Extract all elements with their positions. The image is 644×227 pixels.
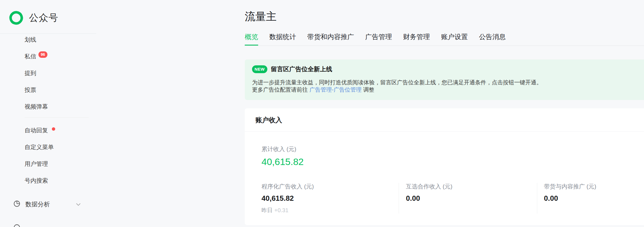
sidebar: 公众号 划线 私信 96 提到 投票 视频弹幕 自动回复 自定义菜单 用户管理 … bbox=[0, 0, 96, 227]
sidebar-item-votes[interactable]: 投票 bbox=[25, 86, 36, 94]
tab-announcements[interactable]: 公告消息 bbox=[479, 33, 506, 46]
tab-commerce-and-content-promotion[interactable]: 带货和内容推广 bbox=[307, 33, 354, 46]
ad-position-management-link[interactable]: 广告管理-广告位管理 bbox=[309, 87, 362, 93]
new-badge: NEW bbox=[252, 65, 267, 73]
logo-label: 公众号 bbox=[29, 11, 58, 24]
sidebar-item-label: 视频弹幕 bbox=[25, 103, 48, 111]
stat-label: 互选合作收入 (元) bbox=[406, 183, 537, 190]
sidebar-item-label: 号内搜索 bbox=[25, 177, 48, 185]
circle-icon bbox=[13, 224, 20, 227]
sidebar-divider bbox=[25, 117, 89, 118]
sidebar-divider bbox=[0, 34, 96, 34]
tab-account-settings[interactable]: 账户设置 bbox=[441, 33, 468, 46]
chevron-down-icon[interactable] bbox=[75, 201, 81, 207]
tab-data-stats[interactable]: 数据统计 bbox=[269, 33, 296, 46]
stat-value: 40,615.82 bbox=[262, 194, 399, 203]
sidebar-item-custom-menu[interactable]: 自定义菜单 bbox=[25, 143, 54, 151]
sidebar-item-auto-reply[interactable]: 自动回复 bbox=[25, 126, 55, 135]
banner-description: 为进一步提升流量主收益，同时打造优质阅读体验，留言区广告位全新上线，您已满足开通… bbox=[252, 79, 644, 86]
banner-line2-prefix: 更多广告位配置请前往 bbox=[252, 87, 308, 93]
tab-ad-management[interactable]: 广告管理 bbox=[365, 33, 392, 46]
tab-bar-divider bbox=[244, 46, 644, 46]
wechat-mp-logo-icon bbox=[8, 10, 24, 26]
sidebar-item-label: 数据分析 bbox=[25, 200, 50, 209]
stat-commerce-promotion-income: 带货与内容推广 (元) 0.00 bbox=[537, 183, 644, 214]
sidebar-item-clipped-section[interactable] bbox=[13, 223, 81, 227]
tab-bar: 概览 数据统计 带货和内容推广 广告管理 财务管理 账户设置 公告消息 bbox=[245, 33, 517, 46]
income-stats-row: 程序化广告收入 (元) 40,615.82 昨日+0.31 互选合作收入 (元)… bbox=[262, 183, 644, 214]
banner-line2-suffix: 调整 bbox=[363, 87, 374, 93]
stat-label: 程序化广告收入 (元) bbox=[262, 183, 399, 190]
sidebar-item-user-management[interactable]: 用户管理 bbox=[25, 160, 48, 168]
stat-label: 带货与内容推广 (元) bbox=[544, 183, 644, 190]
sidebar-item-label: 自定义菜单 bbox=[25, 143, 54, 151]
sidebar-item-data-analysis[interactable]: 数据分析 bbox=[13, 200, 81, 209]
unread-count-badge: 96 bbox=[38, 51, 47, 58]
page-title: 流量主 bbox=[245, 9, 277, 24]
banner-title: 留言区广告位全新上线 bbox=[271, 65, 332, 73]
sidebar-item-label: 提到 bbox=[25, 69, 36, 77]
sidebar-item-label: 私信 bbox=[25, 52, 36, 60]
total-income-value: 40,615.82 bbox=[262, 156, 644, 167]
total-income-label: 累计收入 (元) bbox=[262, 145, 644, 153]
stat-value: 0.00 bbox=[406, 194, 537, 203]
stat-value: 0.00 bbox=[544, 194, 644, 203]
stat-programmatic-ad-income: 程序化广告收入 (元) 40,615.82 昨日+0.31 bbox=[262, 183, 399, 214]
stat-sub-label: 昨日 bbox=[262, 207, 273, 213]
banner-description-line2: 更多广告位配置请前往广告管理-广告位管理调整 bbox=[252, 86, 644, 93]
sidebar-item-in-account-search[interactable]: 号内搜索 bbox=[25, 176, 48, 185]
app-logo[interactable]: 公众号 bbox=[8, 10, 58, 26]
sidebar-item-label: 划线 bbox=[25, 36, 36, 44]
red-dot-badge bbox=[52, 127, 55, 131]
sidebar-item-label: 用户管理 bbox=[25, 160, 48, 168]
pie-chart-icon bbox=[13, 200, 20, 209]
sidebar-item-label: 自动回复 bbox=[25, 126, 48, 134]
sidebar-item-label: 投票 bbox=[25, 86, 36, 94]
sidebar-item-video-danmu[interactable]: 视频弹幕 bbox=[25, 102, 48, 111]
sidebar-item-private-messages[interactable]: 私信 96 bbox=[25, 52, 47, 61]
stat-yesterday-change: 昨日+0.31 bbox=[262, 207, 399, 214]
tab-overview[interactable]: 概览 bbox=[245, 33, 258, 46]
sidebar-item-highlights[interactable]: 划线 bbox=[25, 35, 36, 44]
notice-banner: NEW 留言区广告位全新上线 为进一步提升流量主收益，同时打造优质阅读体验，留言… bbox=[245, 59, 644, 100]
card-title: 账户收入 bbox=[245, 108, 644, 132]
tab-finance-management[interactable]: 财务管理 bbox=[403, 33, 430, 46]
sidebar-item-mentions[interactable]: 提到 bbox=[25, 69, 36, 77]
stat-mutual-selection-income: 互选合作收入 (元) 0.00 bbox=[399, 183, 537, 214]
stat-sub-value: +0.31 bbox=[274, 207, 289, 213]
account-income-card: 账户收入 累计收入 (元) 40,615.82 程序化广告收入 (元) 40,6… bbox=[245, 108, 644, 225]
